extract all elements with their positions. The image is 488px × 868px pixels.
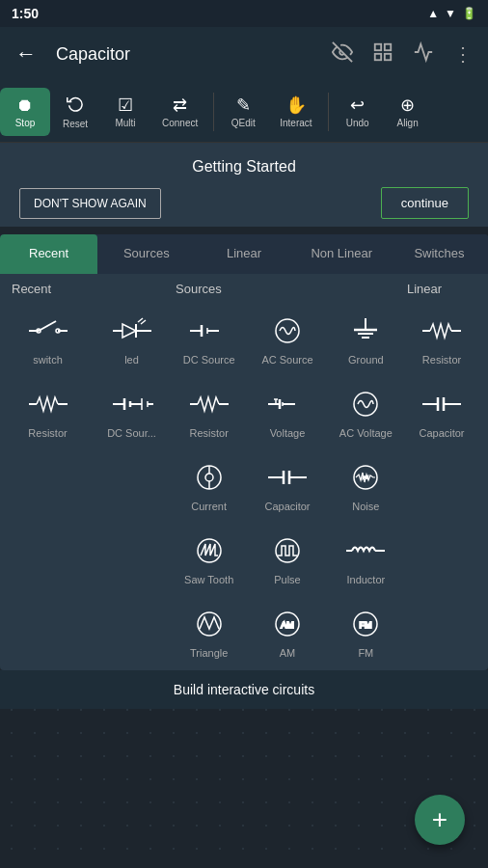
action-bar: ⏺ Stop Reset ☑ Multi ⇄ Connect ✎ QEdit [0,81,488,143]
component-dc-source-recent[interactable]: DC Sour... [92,377,172,447]
noise-label: Noise [352,501,379,512]
component-voltage[interactable]: Voltage [250,377,324,447]
led-icon [109,312,155,350]
svg-line-8 [39,321,56,331]
chart-icon[interactable] [405,34,442,75]
action-multi[interactable]: ☑ Multi [100,87,150,136]
resistor-linear-icon [419,312,465,350]
build-label-text: Build interactive circuits [174,682,314,697]
resistor-sources-label: Resistor [189,427,228,439]
action-interact[interactable]: ✋ Interact [268,87,323,136]
banner-buttons: DON'T SHOW AGAIN continue [19,187,469,219]
linear-section-label: Linear [403,278,480,304]
action-reset[interactable]: Reset [50,87,100,137]
current-label: Current [191,501,227,512]
saw-tooth-icon [186,531,232,570]
status-time: 1:50 [12,6,39,21]
tab-switches[interactable]: Switches [391,234,488,274]
component-dc-source[interactable]: DC Source [172,304,246,373]
align-label: Align [396,118,418,128]
svg-text:AM: AM [281,620,294,630]
battery-icon: 🔋 [462,7,476,20]
fm-label: FM [358,647,373,659]
action-group-main: ⏺ Stop Reset ☑ Multi ⇄ Connect [0,87,209,137]
signal-icon: ▼ [445,7,456,20]
noise-icon: ~ [342,458,389,497]
saw-tooth-label: Saw Tooth [184,574,233,585]
top-toolbar: ← Capacitor ⋮ [0,27,488,81]
component-ground[interactable]: Ground [329,304,403,373]
component-ac-source[interactable]: AC Source [250,304,324,373]
toolbar-right: ⋮ [324,34,480,75]
component-resistor-sources[interactable]: Resistor [172,377,246,447]
ground-icon [342,312,389,350]
tab-sources[interactable]: Sources [97,234,195,274]
action-separator-2 [328,93,329,131]
component-fm[interactable]: FM FM [329,597,403,666]
component-resistor-recent[interactable]: Resistor [8,377,88,447]
dc-source-recent-label: DC Sour... [107,427,156,439]
component-inductor[interactable]: Inductor [329,524,403,593]
back-button[interactable]: ← [8,34,44,74]
action-stop[interactable]: ⏺ Stop [0,88,50,136]
led-label: led [124,354,139,366]
tab-linear[interactable]: Linear [195,234,292,274]
current-icon [186,458,232,497]
component-am[interactable]: AM AM [250,597,324,666]
svg-marker-11 [122,324,136,338]
svg-text:FM: FM [360,620,372,630]
dont-show-button[interactable]: DON'T SHOW AGAIN [19,188,161,219]
triangle-icon [186,605,232,643]
svg-rect-4 [385,53,391,59]
resistor-linear-label: Resistor [422,354,461,366]
multi-icon: ☑ [118,95,133,116]
component-ac-voltage[interactable]: AC Voltage [329,377,403,447]
capacitor-linear-label: Capacitor [419,427,464,439]
multi-label: Multi [115,118,135,128]
fab-button[interactable]: + [415,795,465,845]
visibility-off-icon[interactable] [324,34,361,75]
component-scroll-area[interactable]: Recent [0,274,488,670]
action-connect[interactable]: ⇄ Connect [150,87,209,136]
component-led[interactable]: led [92,304,172,373]
pulse-icon [264,531,311,570]
voltage-icon [264,385,311,423]
action-undo[interactable]: ↩ Undo [333,87,383,136]
reset-label: Reset [63,119,88,129]
svg-rect-2 [385,43,391,49]
sources-items-grid: DC Source AC Source [172,304,403,666]
tab-nonlinear[interactable]: Non Linear [293,234,391,274]
resistor-recent-icon [25,385,71,423]
getting-started-banner: Getting Started DON'T SHOW AGAIN continu… [0,143,488,227]
component-pulse[interactable]: Pulse [250,524,324,593]
action-qedit[interactable]: ✎ QEdit [218,87,268,136]
component-noise[interactable]: ~ Noise [329,450,403,520]
component-capacitor-sources[interactable]: Capacitor [250,450,324,520]
svg-point-29 [276,319,299,342]
pulse-label: Pulse [274,574,301,585]
component-switch[interactable]: switch [8,304,88,373]
component-resistor-linear[interactable]: Resistor [403,304,480,373]
dc-source-label: DC Source [183,354,235,366]
continue-button[interactable]: continue [381,187,469,219]
component-saw-tooth[interactable]: Saw Tooth [172,524,246,593]
component-triangle[interactable]: Triangle [172,597,246,666]
build-label: Build interactive circuits [0,670,488,709]
linear-section: Linear [403,278,480,666]
grid-icon[interactable] [365,34,401,75]
component-current[interactable]: Current [172,450,246,520]
ac-voltage-label: AC Voltage [339,427,393,439]
component-panel: Recent Sources Linear Non Linear Switche… [0,234,488,670]
svg-point-42 [354,393,377,416]
category-tabs: Recent Sources Linear Non Linear Switche… [0,234,488,274]
component-capacitor-linear[interactable]: Capacitor [403,377,480,447]
action-align[interactable]: ⊕ Align [383,87,433,136]
page-title: Capacitor [52,44,316,65]
tab-recent[interactable]: Recent [0,234,97,274]
more-vert-icon[interactable]: ⋮ [446,35,480,73]
dc-source-icon [186,312,232,350]
main-content: Fogo... R1 Getting Started DON'T SHOW AG… [0,143,488,868]
component-grid-sections: Recent [0,274,488,670]
svg-rect-3 [375,53,381,59]
svg-rect-1 [375,43,381,49]
